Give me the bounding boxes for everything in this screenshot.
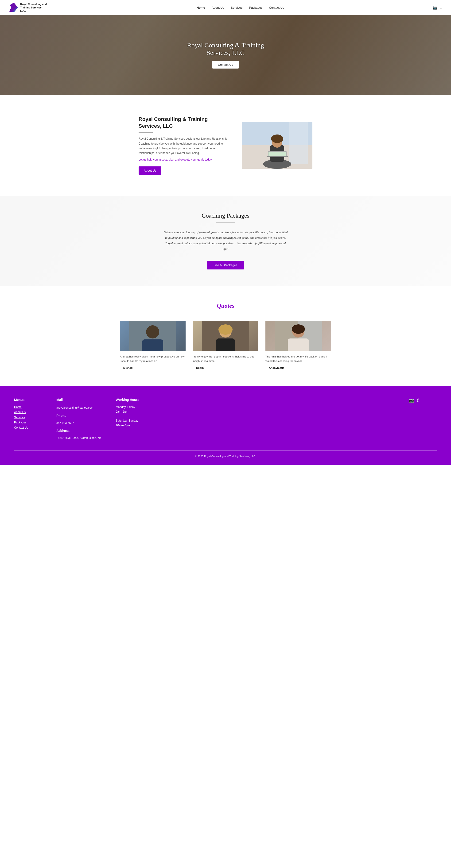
logo-icon	[9, 3, 18, 12]
nav-packages[interactable]: Packages	[249, 6, 262, 9]
footer-phone-title: Phone	[56, 414, 102, 417]
about-section: Royal Consulting & Training Services, LL…	[0, 95, 451, 196]
nav-links: Home About Us Services Packages Contact …	[197, 6, 284, 9]
footer-phone: 347-933-5507	[56, 421, 102, 425]
quote-card-3: The 4m's has helped me get my life back …	[265, 321, 331, 370]
quote-author-michael: — Michael	[120, 366, 133, 369]
quote-text-anon: The 4m's has helped me get my life back …	[265, 354, 331, 363]
quote-card-2: I really enjoy the "pop-in" sessions, he…	[193, 321, 258, 370]
quote-photo-robin	[193, 321, 258, 351]
about-divider	[139, 132, 153, 133]
footer-hours: Working Hours Monday–Friday 9am–6pm Satu…	[116, 398, 144, 441]
footer-link-services[interactable]: Services	[14, 416, 42, 419]
see-all-packages-button[interactable]: See All Packages	[207, 261, 244, 270]
quote-text-michael: Andrea has really given me a new prospec…	[120, 354, 186, 363]
footer-weekend-label: Saturday–Sunday	[116, 419, 144, 422]
footer-instagram-icon[interactable]: 📷	[409, 398, 414, 403]
footer-link-contact[interactable]: Contact Us	[14, 426, 42, 429]
footer-link-about[interactable]: About Us	[14, 410, 42, 414]
svg-rect-21	[288, 338, 309, 351]
footer-address-title: Address	[56, 429, 102, 433]
quote-text-robin: I really enjoy the "pop-in" sessions, he…	[193, 354, 258, 363]
about-image	[242, 122, 312, 169]
nav-contact[interactable]: Contact Us	[269, 6, 284, 9]
quotes-section: Quotes Andrea has really given me a new …	[0, 286, 451, 386]
quote-author-anon: — Anonymous	[265, 366, 284, 369]
nav-about[interactable]: About Us	[212, 6, 224, 9]
quote-photo-robin-img	[193, 321, 258, 351]
about-button[interactable]: About Us	[139, 166, 161, 175]
quote-photo-anonymous	[265, 321, 331, 351]
about-image-inner	[242, 122, 312, 169]
quotes-title: Quotes	[14, 302, 437, 309]
nav-social: 📷 f	[432, 5, 442, 10]
navbar: Royal Consulting and Training Services, …	[0, 0, 451, 15]
quote-photo-michael	[120, 321, 186, 351]
footer-hours-title: Working Hours	[116, 398, 144, 402]
footer-weekday-label: Monday–Friday	[116, 405, 144, 409]
svg-point-15	[219, 324, 232, 335]
nav-home[interactable]: Home	[197, 6, 205, 9]
facebook-icon[interactable]: f	[441, 5, 442, 10]
footer-weekday-time: 9am–6pm	[116, 410, 144, 413]
quotes-divider	[217, 311, 234, 311]
quotes-grid: Andrea has really given me a new prospec…	[120, 321, 331, 370]
packages-divider	[216, 222, 235, 222]
footer-link-packages[interactable]: Packages	[14, 421, 42, 424]
footer-grid: Menus Home About Us Services Packages Co…	[14, 398, 437, 441]
footer-email[interactable]: aroyalconsulting@yahoo.com	[56, 406, 93, 409]
footer-menus-title: Menus	[14, 398, 42, 402]
nav-services[interactable]: Services	[231, 6, 243, 9]
footer-menus: Menus Home About Us Services Packages Co…	[14, 398, 42, 441]
svg-point-20	[292, 324, 305, 334]
about-description: Royal Consulting & Training Services des…	[139, 136, 228, 156]
quote-author-robin: — Robin	[193, 366, 204, 369]
quote-photo-michael-img	[120, 321, 186, 351]
logo-text: Royal Consulting and Training Services, …	[20, 3, 48, 13]
svg-point-6	[271, 134, 283, 143]
footer: Menus Home About Us Services Packages Co…	[0, 386, 451, 465]
instagram-icon[interactable]: 📷	[432, 5, 437, 10]
footer-weekend-time: 10am–7pm	[116, 424, 144, 427]
svg-point-11	[146, 325, 159, 338]
footer-copyright: © 2023 Royal Consulting and Training Ser…	[14, 451, 437, 458]
footer-mail-title: Mail	[56, 398, 102, 402]
svg-rect-9	[269, 152, 286, 156]
footer-social-links: 📷 f	[409, 398, 437, 403]
footer-social-col: 📷 f	[409, 398, 437, 441]
hero-section: Royal Consulting & TrainingServices, LLC…	[0, 15, 451, 95]
packages-title: Coaching Packages	[9, 212, 442, 219]
about-illustration	[242, 122, 312, 169]
quote-card-1: Andrea has really given me a new prospec…	[120, 321, 186, 370]
packages-quote: "Welcome to your journey of personal gro…	[162, 229, 289, 252]
about-text-block: Royal Consulting & Training Services, LL…	[139, 116, 228, 175]
footer-address: 1864 Clove Road, Staten Island, NY	[56, 436, 102, 440]
packages-section: Coaching Packages "Welcome to your journ…	[0, 196, 451, 286]
hero-title: Royal Consulting & TrainingServices, LLC	[187, 41, 264, 57]
svg-rect-12	[142, 339, 163, 351]
svg-rect-16	[216, 338, 235, 351]
footer-contact: Mail aroyalconsulting@yahoo.com Phone 34…	[56, 398, 102, 441]
copyright-text: © 2023 Royal Consulting and Training Ser…	[195, 455, 256, 458]
about-title: Royal Consulting & Training Services, LL…	[139, 116, 228, 129]
about-tagline: Let us help you assess, plan and execute…	[139, 158, 228, 161]
svg-rect-2	[289, 122, 308, 164]
logo[interactable]: Royal Consulting and Training Services, …	[9, 3, 48, 13]
footer-link-home[interactable]: Home	[14, 405, 42, 409]
quote-photo-anon-img	[265, 321, 331, 351]
hero-content: Royal Consulting & TrainingServices, LLC…	[187, 41, 264, 68]
footer-facebook-icon[interactable]: f	[417, 398, 419, 403]
hero-contact-button[interactable]: Contact Us	[213, 61, 238, 68]
